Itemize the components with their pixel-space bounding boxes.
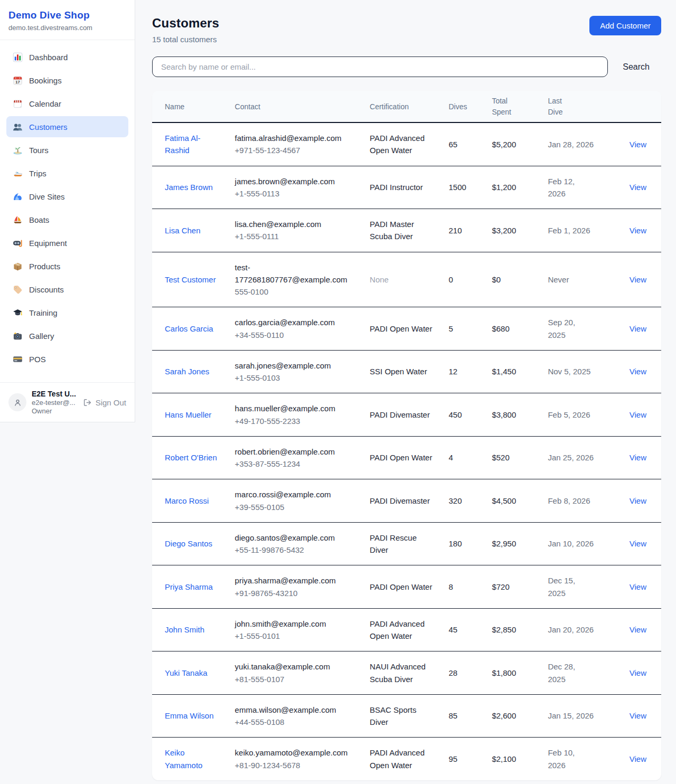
customer-total-spent: $680 — [485, 307, 541, 351]
customer-dives: 320 — [442, 479, 485, 523]
customer-total-spent: $2,100 — [485, 738, 541, 780]
customer-certification: PADI Divemaster — [363, 479, 442, 523]
training-icon — [13, 308, 23, 318]
view-link[interactable]: View — [630, 711, 646, 720]
view-link[interactable]: View — [630, 324, 646, 333]
search-button[interactable]: Search — [623, 62, 650, 72]
sign-out-button[interactable]: Sign Out — [83, 398, 126, 407]
sidebar-item-gallery[interactable]: Gallery — [6, 325, 128, 346]
view-link[interactable]: View — [630, 367, 646, 376]
sidebar-item-label: Products — [29, 262, 60, 271]
customer-total-spent: $3,200 — [485, 209, 541, 252]
customer-name-link[interactable]: Hans Mueller — [165, 410, 211, 419]
customers-table-card: Name Contact Certification Dives Total S… — [152, 91, 661, 780]
customer-name-link[interactable]: John Smith — [165, 625, 204, 634]
customer-last-dive: Jan 20, 2026 — [541, 608, 600, 651]
sidebar-item-training[interactable]: Training — [6, 302, 128, 323]
view-link[interactable]: View — [630, 668, 646, 677]
customer-phone: +1-555-0103 — [235, 372, 357, 384]
customer-email: robert.obrien@example.com — [235, 446, 357, 458]
customer-certification: PADI Master Scuba Diver — [363, 209, 442, 252]
user-meta: E2E Test U... e2e-tester@... Owner — [32, 390, 78, 415]
sidebar-item-boats[interactable]: Boats — [6, 209, 128, 230]
sidebar-item-calendar[interactable]: Calendar — [6, 93, 128, 114]
customer-total-spent: $5,200 — [485, 122, 541, 166]
view-link[interactable]: View — [630, 183, 646, 192]
user-box: E2E Test U... e2e-tester@... Owner Sign … — [0, 382, 135, 422]
customer-phone: +1-555-0101 — [235, 630, 357, 642]
customer-name-link[interactable]: Fatima Al-Rashid — [165, 134, 201, 155]
sidebar-item-equipment[interactable]: Equipment — [6, 232, 128, 253]
customer-certification: PADI Advanced Open Water — [363, 122, 442, 166]
sidebar: Demo Dive Shop demo.test.divestreams.com… — [0, 0, 135, 422]
customer-total-spent: $1,800 — [485, 651, 541, 695]
table-row: Carlos Garcia carlos.garcia@example.com … — [152, 307, 661, 351]
sidebar-item-pos[interactable]: POS — [6, 348, 128, 370]
customer-dives: 95 — [442, 738, 485, 780]
view-link[interactable]: View — [630, 582, 646, 591]
add-customer-button[interactable]: Add Customer — [589, 16, 661, 35]
customer-name-link[interactable]: Marco Rossi — [165, 496, 209, 505]
customer-last-dive: Feb 1, 2026 — [541, 209, 600, 252]
column-header-name: Name — [152, 91, 229, 122]
products-icon — [13, 261, 23, 271]
customer-phone: +91-98765-43210 — [235, 587, 357, 599]
sidebar-item-discounts[interactable]: Discounts — [6, 279, 128, 300]
customer-name-link[interactable]: Carlos Garcia — [165, 324, 213, 333]
view-link[interactable]: View — [630, 140, 646, 149]
customer-name-link[interactable]: James Brown — [165, 183, 213, 192]
sidebar-item-bookings[interactable]: 17 Bookings — [6, 70, 128, 91]
customer-name-link[interactable]: Robert O'Brien — [165, 453, 217, 462]
sidebar-item-customers[interactable]: Customers — [6, 116, 128, 137]
view-link[interactable]: View — [630, 625, 646, 634]
customer-total-spent: $4,500 — [485, 479, 541, 523]
view-link[interactable]: View — [630, 226, 646, 235]
customer-phone: +34-555-0110 — [235, 329, 357, 341]
customer-name-link[interactable]: Test Customer — [165, 275, 216, 284]
sidebar-item-products[interactable]: Products — [6, 256, 128, 277]
customer-name-link[interactable]: Diego Santos — [165, 539, 212, 548]
customer-total-spent: $0 — [485, 252, 541, 307]
customer-name-link[interactable]: Priya Sharma — [165, 582, 213, 591]
customer-email: diego.santos@example.com — [235, 532, 357, 544]
customer-phone: +353-87-555-1234 — [235, 458, 357, 470]
sidebar-item-trips[interactable]: Trips — [6, 163, 128, 184]
sidebar-item-tours[interactable]: Tours — [6, 139, 128, 160]
page-header: Customers 15 total customers Add Custome… — [152, 16, 661, 44]
customer-name-link[interactable]: Yuki Tanaka — [165, 668, 208, 677]
table-row: James Brown james.brown@example.com +1-5… — [152, 166, 661, 209]
sidebar-item-dashboard[interactable]: Dashboard — [6, 46, 128, 68]
customer-name-link[interactable]: Sarah Jones — [165, 367, 209, 376]
page-title: Customers — [152, 16, 219, 31]
customer-certification: PADI Open Water — [363, 565, 442, 609]
search-input[interactable] — [152, 56, 608, 77]
page-header-titles: Customers 15 total customers — [152, 16, 219, 44]
customers-table: Name Contact Certification Dives Total S… — [152, 91, 661, 780]
view-link[interactable]: View — [630, 410, 646, 419]
sidebar-item-dive-sites[interactable]: Dive Sites — [6, 186, 128, 207]
pos-icon — [13, 354, 23, 364]
view-link[interactable]: View — [630, 496, 646, 505]
table-row: Lisa Chen lisa.chen@example.com +1-555-0… — [152, 209, 661, 252]
discounts-icon — [13, 285, 23, 295]
view-link[interactable]: View — [630, 275, 646, 284]
column-header-certification: Certification — [363, 91, 442, 122]
customer-email: marco.rossi@example.com — [235, 488, 357, 500]
sidebar-item-label: Customers — [29, 122, 68, 131]
customer-last-dive: Jan 25, 2026 — [541, 436, 600, 479]
table-row: Robert O'Brien robert.obrien@example.com… — [152, 436, 661, 479]
customer-name-link[interactable]: Lisa Chen — [165, 226, 201, 235]
customer-dives: 5 — [442, 307, 485, 351]
customer-last-dive: Jan 28, 2026 — [541, 122, 600, 166]
main-content: Customers 15 total customers Add Custome… — [135, 0, 676, 784]
view-link[interactable]: View — [630, 539, 646, 548]
user-name: E2E Test U... — [32, 390, 78, 398]
customer-total-spent: $2,600 — [485, 694, 541, 738]
view-link[interactable]: View — [630, 453, 646, 462]
customer-name-link[interactable]: Emma Wilson — [165, 711, 214, 720]
view-link[interactable]: View — [630, 754, 646, 763]
customer-name-link[interactable]: Keiko Yamamoto — [165, 748, 202, 769]
customer-certification: PADI Open Water — [363, 307, 442, 351]
sidebar-item-label: Gallery — [29, 332, 54, 341]
calendar-icon — [13, 99, 23, 109]
